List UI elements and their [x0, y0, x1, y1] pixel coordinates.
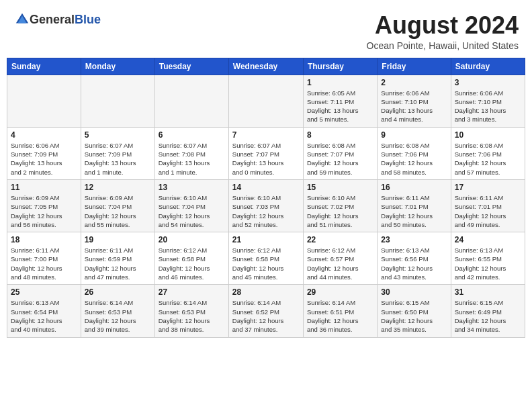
day-number: 14: [232, 183, 300, 192]
week-row-2: 4Sunrise: 6:06 AM Sunset: 7:09 PM Daylig…: [7, 127, 525, 179]
day-info: Sunrise: 6:12 AM Sunset: 6:58 PM Dayligh…: [159, 246, 225, 281]
day-info: Sunrise: 6:12 AM Sunset: 6:57 PM Dayligh…: [307, 246, 373, 281]
calendar-table: SundayMondayTuesdayWednesdayThursdayFrid…: [7, 58, 525, 338]
day-info: Sunrise: 6:08 AM Sunset: 7:06 PM Dayligh…: [381, 141, 447, 177]
calendar-cell: 4Sunrise: 6:06 AM Sunset: 7:09 PM Daylig…: [7, 127, 81, 179]
day-info: Sunrise: 6:14 AM Sunset: 6:51 PM Dayligh…: [307, 298, 373, 334]
logo: General Blue: [13, 12, 101, 27]
weekday-header-sunday: Sunday: [7, 58, 81, 75]
calendar-cell: 21Sunrise: 6:12 AM Sunset: 6:58 PM Dayli…: [228, 232, 303, 285]
day-info: Sunrise: 6:14 AM Sunset: 6:53 PM Dayligh…: [85, 298, 151, 334]
calendar-cell: 27Sunrise: 6:14 AM Sunset: 6:53 PM Dayli…: [154, 285, 228, 337]
day-info: Sunrise: 6:10 AM Sunset: 7:02 PM Dayligh…: [307, 193, 373, 229]
day-number: 1: [307, 78, 373, 87]
logo-blue-text: Blue: [75, 13, 101, 27]
day-number: 13: [159, 183, 225, 192]
day-number: 19: [85, 235, 151, 244]
calendar-cell: 24Sunrise: 6:13 AM Sunset: 6:55 PM Dayli…: [451, 232, 525, 285]
calendar-cell: 5Sunrise: 6:07 AM Sunset: 7:09 PM Daylig…: [81, 127, 154, 179]
week-row-5: 25Sunrise: 6:13 AM Sunset: 6:54 PM Dayli…: [7, 285, 525, 337]
day-number: 30: [381, 287, 447, 297]
calendar-cell: 19Sunrise: 6:11 AM Sunset: 6:59 PM Dayli…: [81, 232, 154, 285]
day-number: 15: [307, 183, 373, 192]
day-number: 21: [232, 235, 300, 244]
calendar-cell: 25Sunrise: 6:13 AM Sunset: 6:54 PM Dayli…: [7, 285, 81, 337]
weekday-header-thursday: Thursday: [303, 58, 377, 75]
day-info: Sunrise: 6:08 AM Sunset: 7:06 PM Dayligh…: [455, 141, 521, 177]
weekday-header-monday: Monday: [81, 58, 154, 75]
day-info: Sunrise: 6:15 AM Sunset: 6:50 PM Dayligh…: [381, 298, 447, 334]
week-row-1: 1Sunrise: 6:05 AM Sunset: 7:11 PM Daylig…: [7, 75, 525, 127]
day-number: 22: [307, 235, 373, 244]
calendar-cell: [228, 75, 303, 127]
month-title: August 2024: [367, 12, 519, 39]
day-number: 3: [455, 78, 521, 87]
day-number: 27: [159, 287, 225, 297]
calendar-cell: 30Sunrise: 6:15 AM Sunset: 6:50 PM Dayli…: [378, 285, 451, 337]
day-number: 10: [455, 130, 521, 140]
weekday-header-saturday: Saturday: [451, 58, 525, 75]
day-number: 2: [381, 78, 447, 87]
day-info: Sunrise: 6:14 AM Sunset: 6:52 PM Dayligh…: [232, 298, 300, 334]
day-info: Sunrise: 6:10 AM Sunset: 7:03 PM Dayligh…: [232, 193, 300, 229]
calendar-cell: 10Sunrise: 6:08 AM Sunset: 7:06 PM Dayli…: [451, 127, 525, 179]
day-number: 29: [307, 287, 373, 297]
calendar-cell: 28Sunrise: 6:14 AM Sunset: 6:52 PM Dayli…: [228, 285, 303, 337]
day-number: 7: [232, 130, 300, 140]
day-info: Sunrise: 6:08 AM Sunset: 7:07 PM Dayligh…: [307, 141, 373, 177]
calendar-cell: 22Sunrise: 6:12 AM Sunset: 6:57 PM Dayli…: [303, 232, 377, 285]
calendar-cell: 29Sunrise: 6:14 AM Sunset: 6:51 PM Dayli…: [303, 285, 377, 337]
day-number: 31: [455, 287, 521, 297]
day-info: Sunrise: 6:10 AM Sunset: 7:04 PM Dayligh…: [159, 193, 225, 229]
day-number: 16: [381, 183, 447, 192]
day-info: Sunrise: 6:09 AM Sunset: 7:04 PM Dayligh…: [85, 193, 151, 229]
day-number: 6: [159, 130, 225, 140]
day-number: 23: [381, 235, 447, 244]
day-info: Sunrise: 6:13 AM Sunset: 6:56 PM Dayligh…: [381, 246, 447, 281]
calendar-cell: 31Sunrise: 6:15 AM Sunset: 6:49 PM Dayli…: [451, 285, 525, 337]
day-info: Sunrise: 6:09 AM Sunset: 7:05 PM Dayligh…: [11, 193, 77, 229]
day-info: Sunrise: 6:11 AM Sunset: 7:00 PM Dayligh…: [11, 246, 77, 281]
day-info: Sunrise: 6:13 AM Sunset: 6:55 PM Dayligh…: [455, 246, 521, 281]
weekday-header-friday: Friday: [378, 58, 451, 75]
day-info: Sunrise: 6:06 AM Sunset: 7:10 PM Dayligh…: [381, 89, 447, 124]
day-info: Sunrise: 6:07 AM Sunset: 7:07 PM Dayligh…: [232, 141, 300, 177]
day-info: Sunrise: 6:12 AM Sunset: 6:58 PM Dayligh…: [232, 246, 300, 281]
calendar-cell: 3Sunrise: 6:06 AM Sunset: 7:10 PM Daylig…: [451, 75, 525, 127]
day-number: 9: [381, 130, 447, 140]
day-info: Sunrise: 6:05 AM Sunset: 7:11 PM Dayligh…: [307, 89, 373, 124]
day-info: Sunrise: 6:11 AM Sunset: 7:01 PM Dayligh…: [455, 193, 521, 229]
logo-icon: [15, 12, 30, 27]
day-number: 20: [159, 235, 225, 244]
calendar-cell: 23Sunrise: 6:13 AM Sunset: 6:56 PM Dayli…: [378, 232, 451, 285]
day-number: 4: [11, 130, 77, 140]
weekday-header-row: SundayMondayTuesdayWednesdayThursdayFrid…: [7, 58, 525, 75]
day-number: 5: [85, 130, 151, 140]
calendar-cell: 6Sunrise: 6:07 AM Sunset: 7:08 PM Daylig…: [154, 127, 228, 179]
day-number: 8: [307, 130, 373, 140]
day-info: Sunrise: 6:06 AM Sunset: 7:10 PM Dayligh…: [455, 89, 521, 124]
calendar-cell: 9Sunrise: 6:08 AM Sunset: 7:06 PM Daylig…: [378, 127, 451, 179]
day-info: Sunrise: 6:11 AM Sunset: 6:59 PM Dayligh…: [85, 246, 151, 281]
location-title: Ocean Pointe, Hawaii, United States: [367, 40, 519, 51]
calendar-cell: 26Sunrise: 6:14 AM Sunset: 6:53 PM Dayli…: [81, 285, 154, 337]
day-info: Sunrise: 6:07 AM Sunset: 7:09 PM Dayligh…: [85, 141, 151, 177]
calendar-cell: 14Sunrise: 6:10 AM Sunset: 7:03 PM Dayli…: [228, 179, 303, 232]
calendar-cell: 2Sunrise: 6:06 AM Sunset: 7:10 PM Daylig…: [378, 75, 451, 127]
day-number: 25: [11, 287, 77, 297]
calendar-cell: 8Sunrise: 6:08 AM Sunset: 7:07 PM Daylig…: [303, 127, 377, 179]
day-number: 26: [85, 287, 151, 297]
day-number: 18: [11, 235, 77, 244]
day-info: Sunrise: 6:15 AM Sunset: 6:49 PM Dayligh…: [455, 298, 521, 334]
day-number: 11: [11, 183, 77, 192]
weekday-header-tuesday: Tuesday: [154, 58, 228, 75]
calendar-cell: [154, 75, 228, 127]
calendar-cell: [7, 75, 81, 127]
header: General Blue August 2024 Ocean Pointe, H…: [0, 0, 532, 58]
day-number: 24: [455, 235, 521, 244]
week-row-3: 11Sunrise: 6:09 AM Sunset: 7:05 PM Dayli…: [7, 179, 525, 232]
calendar-cell: 16Sunrise: 6:11 AM Sunset: 7:01 PM Dayli…: [378, 179, 451, 232]
day-info: Sunrise: 6:06 AM Sunset: 7:09 PM Dayligh…: [11, 141, 77, 177]
day-info: Sunrise: 6:11 AM Sunset: 7:01 PM Dayligh…: [381, 193, 447, 229]
day-info: Sunrise: 6:14 AM Sunset: 6:53 PM Dayligh…: [159, 298, 225, 334]
